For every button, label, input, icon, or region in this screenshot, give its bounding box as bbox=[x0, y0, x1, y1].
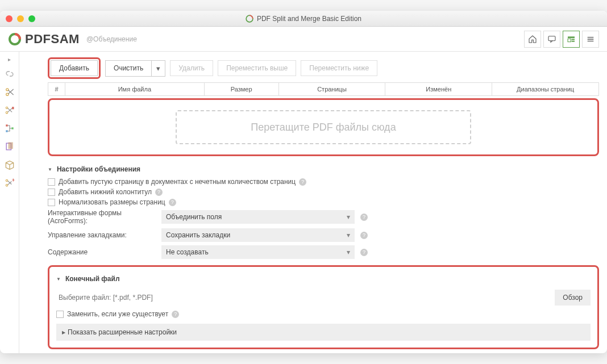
dropzone-label: Перетащите PDF файлы сюда bbox=[251, 122, 396, 133]
window-title: PDF Split and Merge Basic Edition bbox=[0, 15, 607, 23]
logo: PDFSAM @Объединение bbox=[8, 32, 137, 47]
log-button[interactable] bbox=[543, 31, 560, 48]
clear-button[interactable]: Очистить bbox=[105, 60, 152, 77]
bookmarks-row: Управление закладками: Сохранить закладк… bbox=[48, 227, 599, 244]
help-icon[interactable]: ? bbox=[299, 178, 306, 186]
appbar: PDFSAM @Объединение bbox=[0, 27, 607, 52]
col-size: Размер bbox=[205, 83, 279, 95]
svg-rect-2 bbox=[548, 36, 555, 40]
add-blank-label: Добавить пустую страницу в документах с … bbox=[59, 178, 296, 186]
svg-rect-11 bbox=[12, 107, 14, 109]
help-icon[interactable]: ? bbox=[360, 214, 368, 221]
app-subtitle: @Объединение bbox=[86, 35, 137, 43]
bookmarks-value: Сохранить закладки bbox=[166, 231, 230, 239]
body: ▸ Добавить Очистить ▾ Удалить Переместит… bbox=[0, 52, 607, 353]
col-filename: Имя файла bbox=[65, 83, 205, 95]
scissors-icon bbox=[4, 86, 15, 98]
merge-settings-title: Настройки объединения bbox=[57, 165, 140, 173]
highlight-dropzone: Перетащите PDF файлы сюда bbox=[48, 98, 599, 156]
scissors-arrow-icon bbox=[4, 177, 15, 189]
svg-point-10 bbox=[6, 112, 7, 114]
toc-value: Не создавать bbox=[166, 248, 209, 256]
clear-button-group: Очистить ▾ bbox=[105, 60, 165, 77]
normalize-checkbox[interactable] bbox=[48, 199, 55, 206]
window: PDF Split and Merge Basic Edition PDFSAM… bbox=[0, 11, 607, 353]
highlight-output: Конечный файл Обзор Заменить, если уже с… bbox=[48, 265, 599, 349]
output-file-input[interactable] bbox=[56, 290, 550, 305]
output-title: Конечный файл bbox=[65, 275, 120, 283]
svg-rect-4 bbox=[568, 39, 571, 41]
move-up-button: Переместить выше bbox=[218, 60, 296, 76]
toc-select[interactable]: Не создавать bbox=[161, 245, 355, 259]
add-footer-checkbox[interactable] bbox=[48, 189, 55, 196]
add-button[interactable]: Добавить bbox=[51, 60, 98, 76]
advanced-settings-toggle[interactable]: Показать расширенные настройки bbox=[56, 324, 591, 341]
sidebar-item-rotate[interactable] bbox=[2, 157, 18, 173]
bookmarks-select[interactable]: Сохранить закладки bbox=[161, 228, 355, 242]
svg-rect-14 bbox=[11, 127, 13, 129]
drop-area-wrap: Перетащите PDF файлы сюда bbox=[48, 98, 599, 156]
browse-button[interactable]: Обзор bbox=[555, 290, 591, 306]
tree-icon bbox=[4, 123, 15, 134]
chat-icon bbox=[547, 35, 556, 44]
col-modified: Изменён bbox=[385, 83, 492, 95]
toc-label: Содержание bbox=[48, 248, 156, 256]
dropzone[interactable]: Перетащите PDF файлы сюда bbox=[176, 110, 471, 144]
home-icon bbox=[528, 35, 537, 44]
help-icon[interactable]: ? bbox=[155, 189, 163, 196]
add-footer-row: Добавить нижний колонтитул ? bbox=[48, 187, 599, 197]
forms-label: Интерактивные формы (AcroForms): bbox=[48, 209, 156, 225]
sidebar-item-merge[interactable] bbox=[2, 66, 18, 82]
svg-point-18 bbox=[6, 185, 7, 186]
overwrite-label: Заменить, если уже существует bbox=[67, 310, 168, 318]
pdfsam-logo-icon bbox=[8, 32, 22, 46]
forms-select[interactable]: Объединить поля bbox=[161, 210, 355, 224]
clear-dropdown-button[interactable]: ▾ bbox=[152, 60, 165, 77]
svg-rect-5 bbox=[572, 39, 575, 40]
sidebar-expand-button[interactable]: ▸ bbox=[6, 55, 13, 64]
forms-row: Интерактивные формы (AcroForms): Объедин… bbox=[48, 207, 599, 227]
chain-icon bbox=[4, 68, 15, 80]
forms-value: Объединить поля bbox=[166, 213, 222, 221]
add-blank-row: Добавить пустую страницу в документах с … bbox=[48, 177, 599, 187]
titlebar: PDF Split and Merge Basic Edition bbox=[0, 11, 607, 27]
pdfsam-logo-icon bbox=[246, 15, 253, 23]
sidebar-item-split-size[interactable] bbox=[2, 120, 18, 136]
news-button[interactable] bbox=[563, 31, 580, 48]
col-number: # bbox=[48, 83, 65, 95]
file-toolbar: Добавить Очистить ▾ Удалить Переместить … bbox=[19, 52, 607, 82]
bookmarks-label: Управление закладками: bbox=[48, 231, 156, 239]
sidebar-item-split[interactable] bbox=[2, 84, 18, 100]
svg-rect-12 bbox=[6, 124, 7, 126]
output-header[interactable]: Конечный файл bbox=[56, 271, 591, 286]
file-table-header: # Имя файла Размер Страницы Изменён Диап… bbox=[48, 82, 599, 96]
help-icon[interactable]: ? bbox=[169, 199, 176, 206]
add-footer-label: Добавить нижний колонтитул bbox=[59, 188, 152, 196]
menu-button[interactable] bbox=[582, 31, 599, 48]
help-icon[interactable]: ? bbox=[360, 232, 368, 239]
svg-rect-6 bbox=[572, 40, 575, 41]
home-button[interactable] bbox=[524, 31, 541, 48]
svg-rect-13 bbox=[6, 130, 7, 132]
help-icon[interactable]: ? bbox=[360, 249, 368, 256]
svg-point-9 bbox=[6, 107, 7, 108]
move-down-button: Переместить ниже bbox=[301, 60, 377, 76]
svg-point-17 bbox=[6, 179, 7, 181]
merge-settings-header[interactable]: Настройки объединения bbox=[48, 162, 599, 177]
overwrite-row: Заменить, если уже существует ? bbox=[56, 309, 591, 319]
toc-row: Содержание Не создавать ? bbox=[48, 244, 599, 261]
sidebar-item-extract[interactable] bbox=[2, 139, 18, 154]
svg-rect-16 bbox=[8, 143, 13, 149]
col-pages: Страницы bbox=[279, 83, 386, 95]
add-blank-checkbox[interactable] bbox=[48, 178, 55, 186]
sidebar-item-split-bookmarks[interactable] bbox=[2, 102, 18, 118]
normalize-row: Нормализовать размеры страниц ? bbox=[48, 197, 599, 207]
help-icon[interactable]: ? bbox=[172, 311, 179, 318]
box-icon bbox=[4, 159, 15, 170]
sidebar-item-alternate[interactable] bbox=[2, 175, 18, 191]
normalize-label: Нормализовать размеры страниц bbox=[59, 198, 165, 206]
delete-button: Удалить bbox=[170, 60, 213, 76]
highlight-add: Добавить bbox=[48, 57, 101, 79]
overwrite-checkbox[interactable] bbox=[56, 311, 64, 318]
merge-settings-section: Настройки объединения Добавить пустую ст… bbox=[48, 162, 599, 261]
